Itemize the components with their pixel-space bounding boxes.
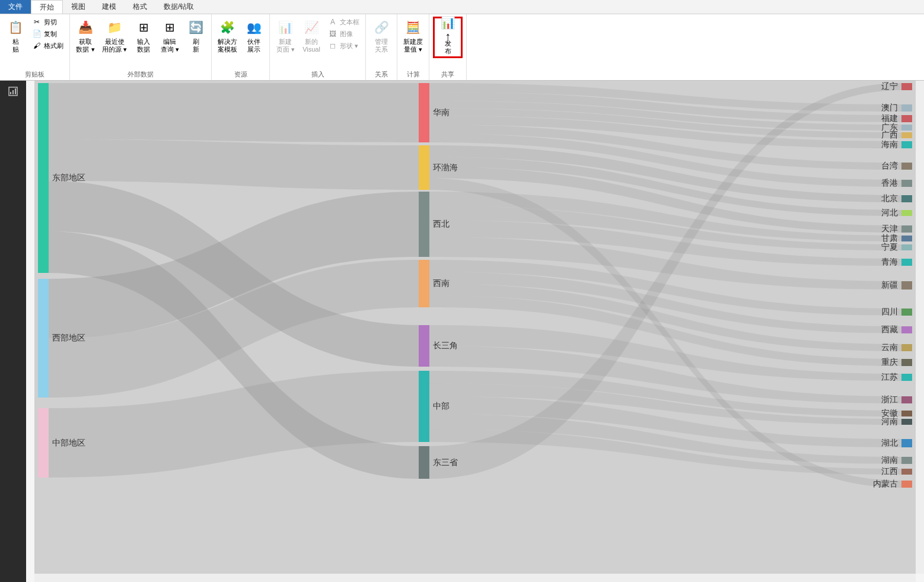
ribbon-label: 图像 [340,30,353,38]
menu-bar: 文件 开始 视图 建模 格式 数据/钻取 [0,0,924,14]
ribbon-label: 新的 Visual [302,38,320,53]
sankey-node[interactable] [901,396,912,403]
sankey-node[interactable] [419,371,429,442]
menu-tab-view[interactable]: 视图 [63,0,94,14]
ribbon-label: 文本框 [340,18,359,26]
sankey-node[interactable] [38,279,49,397]
sankey-node[interactable] [419,325,429,367]
ribbon-label: 剪切 [44,18,57,26]
sankey-node[interactable] [901,115,912,122]
ribbon-button[interactable]: 🧩解决方 案模板 [215,17,240,55]
ribbon-group-label: 剪贴板 [25,70,44,79]
scrollbar-horizontal[interactable] [34,574,916,582]
scrollbar-vertical[interactable] [916,81,924,574]
sankey-node-label: 湖北 [881,438,898,449]
nav-report-icon[interactable] [0,81,26,102]
sankey-node[interactable] [901,344,912,351]
svg-rect-1 [10,92,11,94]
ribbon-label: 伙伴 展示 [247,38,260,53]
ribbon-button[interactable]: 🖌格式刷 [30,40,66,51]
sankey-node[interactable] [901,141,912,148]
sankey-node-label: 东三省 [433,457,458,468]
sankey-chart[interactable]: 东部地区西部地区中部地区华南环渤海西北西南长三角中部东三省辽宁澳门福建广东广西海… [34,81,916,574]
sankey-node[interactable] [901,439,912,447]
ribbon-icon: ◻ [328,41,337,50]
ribbon-icon: 🧩 [218,18,237,37]
ribbon-label: 格式刷 [44,42,63,50]
ribbon-button[interactable]: 👥伙伴 展示 [242,17,266,55]
sankey-node[interactable] [901,244,912,250]
sankey-node[interactable] [901,457,912,464]
ribbon: 📋粘 贴✂剪切📄复制🖌格式刷剪贴板📥获取 数据 ▾📁最近使 用的源 ▾⊞输入 数… [0,14,924,81]
sankey-node[interactable] [901,374,912,381]
sankey-node[interactable] [901,225,912,233]
sankey-node-label: 澳门 [881,103,898,113]
sankey-node[interactable] [901,259,912,266]
sankey-node[interactable] [901,195,912,202]
sankey-node[interactable] [419,83,429,142]
sankey-node[interactable] [901,236,912,241]
ribbon-icon: 👥 [244,18,263,37]
ribbon-button[interactable]: 🧮新建度 量值 ▾ [401,17,425,55]
sankey-node[interactable] [901,104,912,112]
sankey-node[interactable] [901,309,912,316]
ribbon-label: 新建 页面 ▾ [276,38,295,53]
sankey-node-label: 宁夏 [881,242,898,253]
sankey-node[interactable] [901,419,912,425]
ribbon-button[interactable]: 📋粘 贴 [4,17,27,55]
menu-tab-drill[interactable]: 数据/钻取 [155,0,202,14]
ribbon-group: 📊新建 页面 ▾📈新的 VisualA文本框🖼图像◻形状 ▾插入 [270,14,366,80]
sankey-link[interactable] [49,139,419,190]
sankey-node[interactable] [38,83,49,273]
ribbon-button: A文本框 [326,17,362,27]
ribbon-button[interactable]: ✂剪切 [30,17,66,27]
ribbon-button[interactable]: ⊞输入 数据 [132,17,155,55]
ribbon-group-label: 共享 [441,70,454,79]
ribbon-group: 📥获取 数据 ▾📁最近使 用的源 ▾⊞输入 数据⊞编辑 查询 ▾🔄刷 新外部数据 [70,14,212,80]
sankey-node-label: 河北 [881,208,898,218]
sankey-node[interactable] [419,446,429,479]
sankey-node[interactable] [901,469,912,475]
ribbon-label: 形状 ▾ [340,42,358,50]
ribbon-icon: ✂ [32,17,42,27]
sankey-node[interactable] [901,281,912,290]
sankey-node[interactable] [419,145,429,190]
ribbon-group: 🔗管理 关系关系 [366,14,397,80]
sankey-node[interactable] [901,132,912,138]
sankey-node[interactable] [901,411,912,416]
menu-tab-model[interactable]: 建模 [94,0,125,14]
sankey-node[interactable] [419,260,429,307]
ribbon-button[interactable]: 📊↑发 布 [436,18,460,56]
ribbon-group-label: 插入 [311,70,324,79]
sankey-node[interactable] [901,163,912,170]
ribbon-button[interactable]: 📁最近使 用的源 ▾ [100,17,129,55]
sankey-node[interactable] [38,408,49,478]
ribbon-group: 📊↑发 布共享 [429,14,467,80]
sankey-node[interactable] [901,359,912,366]
ribbon-group-label: 资源 [234,70,247,79]
menu-tab-start[interactable]: 开始 [31,0,63,14]
sankey-node[interactable] [901,326,912,333]
ribbon-label: 刷 新 [193,38,199,53]
sankey-node-label: 四川 [881,307,898,317]
ribbon-button[interactable]: ⊞编辑 查询 ▾ [158,17,181,55]
sankey-link[interactable] [49,83,419,142]
svg-rect-2 [12,90,14,94]
menu-tab-format[interactable]: 格式 [125,0,155,14]
sankey-node-label: 重庆 [881,357,898,368]
sankey-node-label: 辽宁 [881,81,898,92]
ribbon-button[interactable]: 📄复制 [30,28,66,39]
ribbon-label: 最近使 用的源 ▾ [102,38,127,53]
sankey-node[interactable] [901,125,912,131]
sankey-node[interactable] [901,180,912,187]
menu-file[interactable]: 文件 [0,0,31,14]
sankey-node-label: 东部地区 [52,173,85,183]
sankey-node[interactable] [419,192,429,257]
ribbon-group-label: 计算 [407,70,420,79]
sankey-node[interactable] [901,210,912,216]
sankey-node-label: 华南 [433,107,450,118]
ribbon-button[interactable]: 🔄刷 新 [184,17,208,55]
sankey-node[interactable] [901,83,912,90]
sankey-node[interactable] [901,481,912,488]
ribbon-button[interactable]: 📥获取 数据 ▾ [74,17,97,55]
